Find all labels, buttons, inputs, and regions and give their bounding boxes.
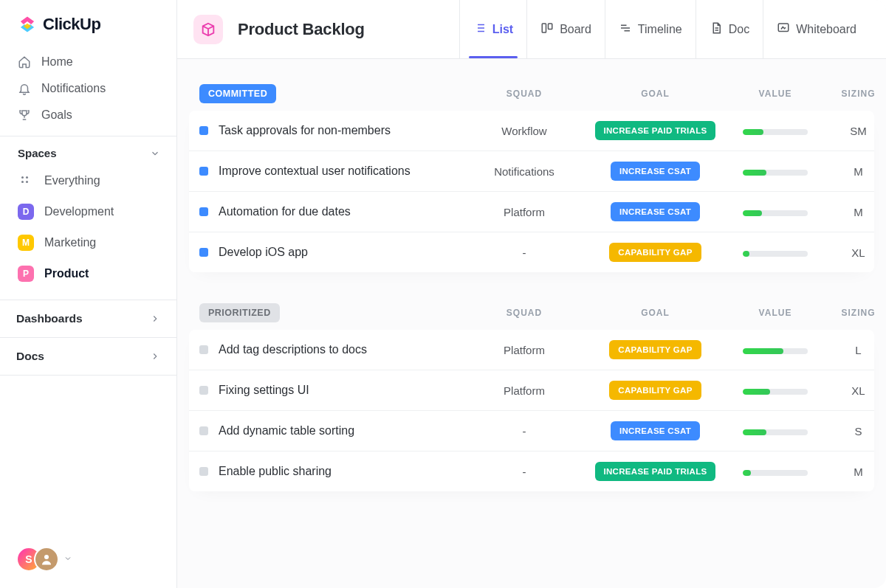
task-status-icon[interactable]	[199, 126, 208, 135]
task-value	[727, 125, 823, 137]
tab-board[interactable]: Board	[526, 0, 605, 58]
trophy-icon	[18, 108, 31, 122]
space-item-development[interactable]: D Development	[9, 196, 168, 227]
space-badge: P	[18, 266, 34, 282]
user-switcher[interactable]: S	[16, 547, 72, 572]
tab-timeline[interactable]: Timeline	[605, 0, 696, 58]
space-label: Marketing	[44, 236, 96, 249]
space-badge: M	[18, 235, 34, 251]
tab-list[interactable]: List	[459, 0, 526, 58]
task-sizing: XL	[823, 246, 874, 259]
task-goal: INCREASE CSAT	[583, 162, 727, 181]
column-squad: SQUAD	[465, 89, 583, 99]
task-row[interactable]: Improve contextual user notifications No…	[189, 151, 874, 192]
task-sizing: SM	[823, 125, 874, 137]
space-badge: D	[18, 204, 34, 220]
column-sizing: SIZING	[823, 308, 886, 318]
task-value	[727, 206, 823, 218]
timeline-icon	[619, 21, 632, 38]
task-status-icon[interactable]	[199, 345, 208, 354]
primary-nav: Home Notifications Goals	[0, 44, 176, 136]
task-rows: Task approvals for non-members Workflow …	[189, 111, 874, 272]
section-label: Dashboards	[16, 312, 83, 325]
task-sizing: M	[823, 466, 874, 478]
everything-icon	[18, 173, 34, 189]
task-row[interactable]: Develop iOS app - CAPABILITY GAP XL	[189, 232, 874, 272]
task-row[interactable]: Automation for due dates Platform INCREA…	[189, 192, 874, 232]
task-goal: INCREASE PAID TRIALS	[583, 462, 727, 481]
home-icon	[18, 55, 31, 69]
list-icon	[473, 21, 487, 38]
board-icon	[540, 21, 554, 38]
task-name: Automation for due dates	[219, 205, 351, 218]
task-goal: INCREASE PAID TRIALS	[583, 121, 727, 140]
tab-label: Board	[560, 23, 591, 36]
tab-doc[interactable]: Doc	[696, 0, 763, 58]
task-squad: Workflow	[465, 125, 583, 137]
tab-label: Doc	[729, 23, 749, 36]
sidebar: ClickUp Home Notifications Goals Spaces	[0, 0, 177, 588]
task-sizing: S	[823, 425, 874, 437]
task-name: Task approvals for non-members	[219, 124, 391, 137]
task-value	[727, 425, 823, 437]
content-area: COMMITTED SQUAD GOAL VALUE SIZING Task a…	[177, 59, 886, 544]
spaces-header[interactable]: Spaces	[0, 136, 176, 165]
space-label: Product	[44, 267, 89, 280]
task-row[interactable]: Enable public sharing - INCREASE PAID TR…	[189, 452, 874, 491]
task-row[interactable]: Add dynamic table sorting - INCREASE CSA…	[189, 411, 874, 452]
task-row[interactable]: Fixing settings UI Platform CAPABILITY G…	[189, 370, 874, 411]
space-item-marketing[interactable]: M Marketing	[9, 227, 168, 258]
tab-whiteboard[interactable]: Whiteboard	[763, 0, 870, 58]
tab-label: List	[492, 23, 513, 36]
task-sizing: L	[823, 344, 874, 356]
doc-icon	[710, 21, 723, 38]
brand-logo[interactable]: ClickUp	[0, 0, 176, 44]
sidebar-docs[interactable]: Docs	[0, 338, 176, 376]
task-row[interactable]: Add tag descriptions to docs Platform CA…	[189, 330, 874, 370]
task-status-icon[interactable]	[199, 207, 208, 216]
chevron-down-icon	[150, 148, 160, 159]
task-squad: Notifications	[465, 165, 583, 178]
table-header: COMMITTED SQUAD GOAL VALUE SIZING	[189, 77, 874, 111]
tab-label: Whiteboard	[796, 23, 856, 36]
svg-rect-5	[542, 24, 546, 32]
space-label: Development	[44, 205, 114, 218]
tab-label: Timeline	[638, 23, 682, 36]
status-chip[interactable]: PRIORITIZED	[199, 303, 280, 322]
task-status-icon[interactable]	[199, 248, 208, 257]
task-status-icon[interactable]	[199, 167, 208, 176]
task-goal: CAPABILITY GAP	[583, 381, 727, 400]
table-header: PRIORITIZED SQUAD GOAL VALUE SIZING	[189, 296, 874, 330]
task-sizing: M	[823, 165, 874, 178]
task-status-icon[interactable]	[199, 386, 208, 395]
nav-label: Notifications	[41, 82, 106, 95]
task-rows: Add tag descriptions to docs Platform CA…	[189, 330, 874, 491]
topbar: Product Backlog List Board Timeline Doc …	[177, 0, 886, 59]
task-goal: INCREASE CSAT	[583, 202, 727, 221]
svg-point-3	[26, 181, 28, 183]
task-sizing: M	[823, 206, 874, 218]
task-name: Improve contextual user notifications	[219, 165, 411, 178]
space-everything[interactable]: Everything	[9, 165, 168, 196]
chevron-right-icon	[150, 351, 160, 362]
section-label: Docs	[16, 350, 44, 363]
task-status-icon[interactable]	[199, 426, 208, 435]
sidebar-dashboards[interactable]: Dashboards	[0, 300, 176, 338]
status-chip[interactable]: COMMITTED	[199, 84, 276, 103]
nav-notifications[interactable]: Notifications	[9, 75, 168, 102]
nav-home[interactable]: Home	[9, 49, 168, 75]
column-goal: GOAL	[583, 308, 727, 318]
svg-point-0	[21, 176, 24, 179]
task-squad: Platform	[465, 384, 583, 397]
task-status-icon[interactable]	[199, 467, 208, 476]
space-item-product[interactable]: P Product	[9, 258, 168, 289]
nav-goals[interactable]: Goals	[9, 102, 168, 128]
nav-label: Goals	[41, 108, 72, 122]
task-value	[727, 384, 823, 397]
task-goal: CAPABILITY GAP	[583, 243, 727, 262]
task-name: Develop iOS app	[219, 246, 308, 259]
task-name: Add dynamic table sorting	[219, 424, 354, 437]
task-squad: Platform	[465, 206, 583, 218]
svg-point-1	[26, 176, 28, 179]
task-row[interactable]: Task approvals for non-members Workflow …	[189, 111, 874, 151]
